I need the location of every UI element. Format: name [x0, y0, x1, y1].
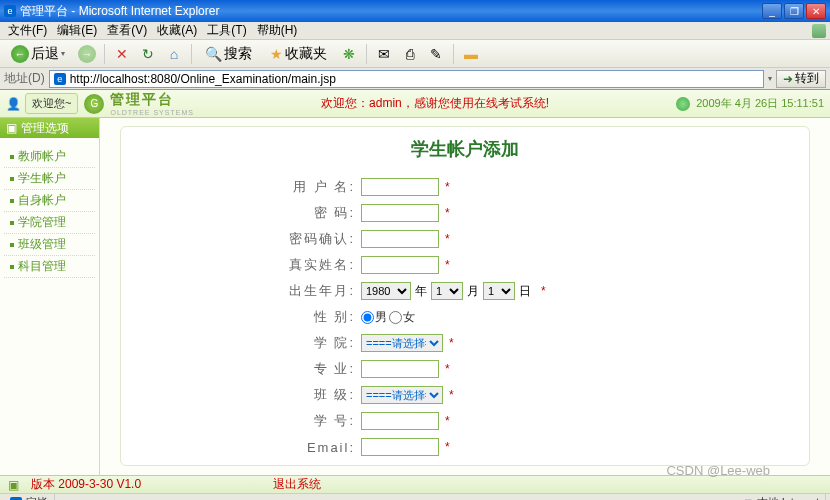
bullet-icon [10, 177, 14, 181]
book-icon: ▣ [8, 478, 19, 492]
day-select[interactable]: 1 [483, 282, 515, 300]
required-star: * [445, 180, 450, 194]
label-stuno: 学 号: [161, 412, 361, 430]
address-dropdown-icon[interactable]: ▾ [768, 74, 772, 83]
menu-help[interactable]: 帮助(H) [253, 22, 302, 39]
ie-icon: e [10, 497, 22, 501]
bullet-icon [10, 155, 14, 159]
toolbar: ←后退▾ → ✕ ↻ ⌂ 🔍搜索 ★收藏夹 ❋ ✉ ⎙ ✎ ▬ [0, 40, 830, 68]
ie-icon: e [4, 5, 16, 17]
back-button[interactable]: ←后退▾ [4, 43, 72, 65]
status-bar: e完毕 🖥本地 Intranet [0, 493, 830, 500]
close-button[interactable]: ✕ [806, 3, 826, 19]
folder-button[interactable]: ▬ [460, 43, 482, 65]
gender-male-radio[interactable] [361, 311, 374, 324]
forward-button[interactable]: → [76, 43, 98, 65]
search-button[interactable]: 🔍搜索 [198, 43, 259, 65]
user-icon: 👤 [6, 97, 21, 111]
label-class: 班 级: [161, 386, 361, 404]
menu-edit[interactable]: 编辑(E) [53, 22, 101, 39]
print-button[interactable]: ⎙ [399, 43, 421, 65]
password-input[interactable] [361, 204, 439, 222]
label-college: 学 院: [161, 334, 361, 352]
favorites-button[interactable]: ★收藏夹 [263, 43, 334, 65]
gender-female-radio[interactable] [389, 311, 402, 324]
sidebar-item-self[interactable]: 自身帐户 [4, 190, 95, 212]
label-birth: 出生年月: [161, 282, 361, 300]
datetime-label: 2009年 4月 26日 15:11:51 [696, 96, 824, 111]
status-text: 完毕 [26, 495, 48, 500]
realname-input[interactable] [361, 256, 439, 274]
address-label: 地址(D) [4, 70, 45, 87]
content-area: 学生帐户添加 用 户 名:* 密 码:* 密码确认:* 真实姓名:* 出生年月:… [100, 118, 830, 475]
year-select[interactable]: 1980 [361, 282, 411, 300]
watermark: CSDN @Lee-web [666, 463, 770, 478]
college-select[interactable]: ====请选择==== [361, 334, 443, 352]
address-bar: 地址(D) e http://localhost:8080/Online_Exa… [0, 68, 830, 90]
logo-subtitle: OLDTREE SYSTEMS [110, 109, 193, 116]
sidebar-item-student[interactable]: 学生帐户 [4, 168, 95, 190]
bullet-icon [10, 199, 14, 203]
window-title: 管理平台 - Microsoft Internet Explorer [20, 3, 219, 20]
form-title: 学生帐户添加 [161, 137, 769, 161]
bullet-icon [10, 265, 14, 269]
maximize-button[interactable]: ❐ [784, 3, 804, 19]
sidebar-item-teacher[interactable]: 教师帐户 [4, 146, 95, 168]
label-password: 密 码: [161, 204, 361, 222]
logout-link[interactable]: 退出系统 [273, 476, 321, 493]
globe-icon [676, 97, 690, 111]
sidebar-item-subject[interactable]: 科目管理 [4, 256, 95, 278]
sidebar-item-class[interactable]: 班级管理 [4, 234, 95, 256]
welcome-message: 欢迎您：admin，感谢您使用在线考试系统! [194, 95, 676, 112]
username-input[interactable] [361, 178, 439, 196]
history-button[interactable]: ❋ [338, 43, 360, 65]
app-header: 👤 欢迎您~ G 管理平台 OLDTREE SYSTEMS 欢迎您：admin，… [0, 90, 830, 118]
menubar: 文件(F) 编辑(E) 查看(V) 收藏(A) 工具(T) 帮助(H) [0, 22, 830, 40]
monitor-icon: 🖥 [742, 497, 753, 501]
welcome-badge: 欢迎您~ [25, 93, 78, 114]
edit-button[interactable]: ✎ [425, 43, 447, 65]
month-select[interactable]: 1 [431, 282, 463, 300]
logo-title: 管理平台 [110, 91, 193, 109]
window-titlebar: e 管理平台 - Microsoft Internet Explorer _ ❐… [0, 0, 830, 22]
address-input[interactable]: e http://localhost:8080/Online_Examinati… [49, 70, 764, 88]
menu-view[interactable]: 查看(V) [103, 22, 151, 39]
mail-button[interactable]: ✉ [373, 43, 395, 65]
page-icon: e [54, 73, 66, 85]
sidebar-item-college[interactable]: 学院管理 [4, 212, 95, 234]
stop-button[interactable]: ✕ [111, 43, 133, 65]
sidebar: ▣ 管理选项 教师帐户 学生帐户 自身帐户 学院管理 班级管理 科目管理 [0, 118, 100, 475]
logo-icon: G [84, 94, 104, 114]
bullet-icon [10, 243, 14, 247]
stuno-input[interactable] [361, 412, 439, 430]
confirm-input[interactable] [361, 230, 439, 248]
label-gender: 性 别: [161, 308, 361, 326]
label-realname: 真实姓名: [161, 256, 361, 274]
bullet-icon [10, 221, 14, 225]
go-button[interactable]: ➜转到 [776, 70, 826, 88]
class-select[interactable]: ====请选择==== [361, 386, 443, 404]
home-button[interactable]: ⌂ [163, 43, 185, 65]
menu-favorites[interactable]: 收藏(A) [153, 22, 201, 39]
label-confirm: 密码确认: [161, 230, 361, 248]
sidebar-title: ▣ 管理选项 [0, 118, 99, 138]
menu-file[interactable]: 文件(F) [4, 22, 51, 39]
refresh-button[interactable]: ↻ [137, 43, 159, 65]
throbber-icon [812, 24, 826, 38]
email-input[interactable] [361, 438, 439, 456]
minimize-button[interactable]: _ [762, 3, 782, 19]
label-major: 专 业: [161, 360, 361, 378]
menu-tools[interactable]: 工具(T) [203, 22, 250, 39]
label-username: 用 户 名: [161, 178, 361, 196]
book-icon: ▣ [6, 121, 17, 135]
major-input[interactable] [361, 360, 439, 378]
label-email: Email: [161, 440, 361, 455]
zone-text: 本地 Intranet [757, 495, 819, 500]
